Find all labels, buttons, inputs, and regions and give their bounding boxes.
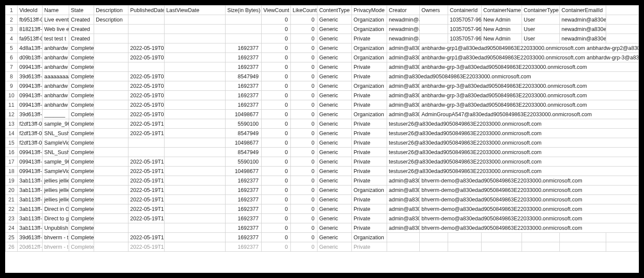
cell-videoid[interactable]: 099413ff-4: [18, 157, 43, 167]
table-row[interactable]: 2fb9513ff-0Live eventCreatedDescription0…: [6, 15, 639, 25]
cell-privacymode[interactable]: Private: [352, 62, 387, 72]
cell-privacymode[interactable]: Private: [352, 129, 387, 138]
cell-contenttype[interactable]: Generic: [317, 157, 352, 167]
row-number[interactable]: 12: [6, 110, 18, 119]
cell-name[interactable]: Direct in G: [43, 204, 69, 214]
row-number[interactable]: 14: [6, 129, 18, 138]
cell-containertype[interactable]: [522, 242, 560, 252]
cell-likecount[interactable]: 0: [291, 242, 317, 252]
cell-size[interactable]: 8547949: [226, 148, 262, 157]
cell-size[interactable]: 1692377: [226, 185, 262, 195]
cell-size[interactable]: 10498677: [226, 110, 262, 119]
table-row[interactable]: 3818213ff-4Web live eCreated00GenericOrg…: [6, 25, 639, 34]
col-containerid[interactable]: ContainerId: [448, 6, 482, 15]
cell-state[interactable]: Completed: [69, 53, 94, 62]
cell-state[interactable]: Completed: [69, 176, 94, 185]
cell-videoid[interactable]: 39d613ff-4: [18, 72, 43, 81]
cell-creator[interactable]: admin@a830e: [387, 81, 420, 91]
cell-containerid[interactable]: 10357057-96f: [448, 34, 482, 43]
table-row[interactable]: 54d8a13ff-4anbhardwCompleted2022-05-19T0…: [6, 43, 639, 53]
cell-creator[interactable]: [387, 233, 420, 242]
col-likecount[interactable]: LikeCount: [291, 6, 317, 15]
cell-name[interactable]: anbhardw: [43, 100, 69, 110]
cell-viewcount[interactable]: 0: [262, 91, 291, 100]
cell-name[interactable]: _______: [43, 110, 69, 119]
spreadsheet[interactable]: 1 VideoId Name State Description Publish…: [5, 5, 639, 273]
col-containertype[interactable]: ContainerType: [522, 6, 560, 15]
cell-contenttype[interactable]: Generic: [317, 185, 352, 195]
cell-contenttype[interactable]: Generic: [317, 195, 352, 204]
cell-containeremail[interactable]: newadmin@a830edad905084986: [560, 25, 606, 34]
cell-privacymode[interactable]: Private: [352, 167, 387, 176]
cell-size[interactable]: 1692377: [226, 242, 262, 252]
cell-size[interactable]: 1692377: [226, 204, 262, 214]
cell-description[interactable]: [94, 100, 128, 110]
cell-containername[interactable]: New Admin: [482, 25, 522, 34]
cell-privacymode[interactable]: Private: [352, 214, 387, 223]
cell-publisheddate[interactable]: 2022-05-19T11:59:12.5211252: [128, 242, 165, 252]
cell-size[interactable]: 8547949: [226, 72, 262, 81]
cell-videoid[interactable]: 099413ff-4: [18, 167, 43, 176]
cell-overflow[interactable]: bhverm-demo@a830edad9050849863E22033000.…: [420, 214, 639, 223]
cell-likecount[interactable]: 0: [291, 185, 317, 195]
cell-viewcount[interactable]: 0: [262, 81, 291, 91]
cell-likecount[interactable]: 0: [291, 214, 317, 223]
cell-containerid[interactable]: 10357057-96f: [448, 15, 482, 25]
row-number[interactable]: 19: [6, 176, 18, 185]
cell-name[interactable]: jellies jellie: [43, 185, 69, 195]
col-contenttype[interactable]: ContentType: [317, 6, 352, 15]
cell-lastviewdate[interactable]: [165, 25, 226, 34]
cell-likecount[interactable]: 0: [291, 157, 317, 167]
cell-containername[interactable]: [482, 242, 522, 252]
cell-publisheddate[interactable]: 2022-05-19T09:27:37.0403448: [128, 100, 165, 110]
cell-containerid[interactable]: [448, 233, 482, 242]
cell-state[interactable]: Completed: [69, 223, 94, 233]
cell-contenttype[interactable]: Generic: [317, 138, 352, 148]
cell-lastviewdate[interactable]: [165, 138, 226, 148]
cell-name[interactable]: jellies jellie: [43, 195, 69, 204]
col-size[interactable]: Size(in Bytes): [226, 6, 262, 15]
cell-likecount[interactable]: 0: [291, 138, 317, 148]
row-number[interactable]: 2: [6, 15, 18, 25]
cell-likecount[interactable]: 0: [291, 81, 317, 91]
cell-viewcount[interactable]: 0: [262, 242, 291, 252]
col-lastviewdate[interactable]: LastViewDate: [165, 6, 226, 15]
cell-creator[interactable]: testuser26@a830edad9050849863E22033000.o…: [387, 129, 639, 138]
data-grid[interactable]: 1 VideoId Name State Description Publish…: [5, 5, 639, 252]
cell-description[interactable]: [94, 72, 128, 81]
row-number[interactable]: 4: [6, 34, 18, 43]
cell-privacymode[interactable]: Private: [352, 91, 387, 100]
cell-likecount[interactable]: 0: [291, 62, 317, 72]
cell-overflow[interactable]: [606, 15, 639, 25]
col-description[interactable]: Description: [94, 6, 128, 15]
header-row[interactable]: 1 VideoId Name State Description Publish…: [6, 6, 639, 15]
col-overflow[interactable]: [606, 6, 639, 15]
cell-videoid[interactable]: f2df13ff-0: [18, 119, 43, 129]
cell-size[interactable]: 1692377: [226, 176, 262, 185]
cell-contenttype[interactable]: Generic: [317, 43, 352, 53]
cell-lastviewdate[interactable]: [165, 148, 226, 157]
cell-privacymode[interactable]: Private: [352, 148, 387, 157]
cell-size[interactable]: 1692377: [226, 81, 262, 91]
cell-videoid[interactable]: fa9513ff-0: [18, 34, 43, 43]
cell-containername[interactable]: [482, 233, 522, 242]
cell-viewcount[interactable]: 0: [262, 62, 291, 72]
cell-videoid[interactable]: 20d612ff-4: [18, 242, 43, 252]
cell-description[interactable]: Description: [94, 15, 128, 25]
cell-likecount[interactable]: 0: [291, 167, 317, 176]
cell-publisheddate[interactable]: [128, 223, 165, 233]
cell-videoid[interactable]: d09b13ff-4: [18, 53, 43, 62]
col-viewcount[interactable]: ViewCount: [262, 6, 291, 15]
cell-state[interactable]: Completed: [69, 81, 94, 91]
col-state[interactable]: State: [69, 6, 94, 15]
table-row[interactable]: 203ab113ff-4jellies jellieCompleted2022-…: [6, 185, 639, 195]
cell-lastviewdate[interactable]: [165, 157, 226, 167]
cell-size[interactable]: 10498677: [226, 167, 262, 176]
cell-contenttype[interactable]: Generic: [317, 62, 352, 72]
cell-description[interactable]: [94, 204, 128, 214]
cell-viewcount[interactable]: 0: [262, 138, 291, 148]
cell-likecount[interactable]: 0: [291, 148, 317, 157]
cell-creator[interactable]: testuser26@a830edad9050849863E22033000.o…: [387, 167, 639, 176]
cell-description[interactable]: [94, 34, 128, 43]
cell-viewcount[interactable]: 0: [262, 204, 291, 214]
